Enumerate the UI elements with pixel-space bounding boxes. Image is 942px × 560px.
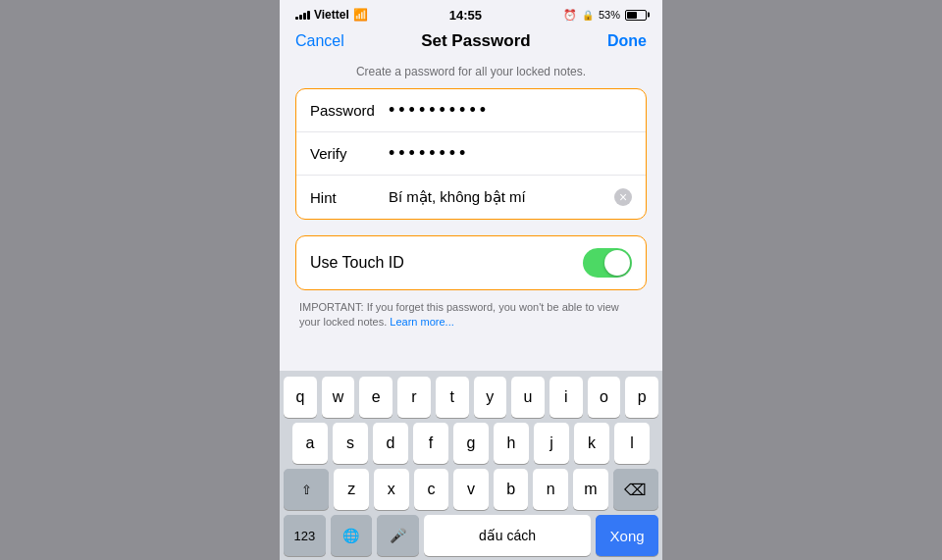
touch-id-label: Use Touch ID — [310, 254, 404, 272]
nav-bar: Cancel Set Password Done — [280, 27, 662, 59]
key-b[interactable]: b — [494, 469, 529, 510]
space-key[interactable]: dấu cách — [424, 515, 591, 556]
status-bar: Viettel 📶 14:55 ⏰ 🔒 53% — [280, 0, 662, 27]
key-s[interactable]: s — [333, 423, 368, 464]
backspace-key[interactable]: ⌫ — [613, 469, 658, 510]
status-right: ⏰ 🔒 53% — [563, 9, 647, 22]
hint-row: Hint Bí mật, không bật mí — [296, 176, 646, 219]
verify-label: Verify — [310, 145, 389, 162]
key-j[interactable]: j — [534, 423, 569, 464]
touch-id-toggle[interactable] — [583, 248, 632, 278]
key-g[interactable]: g — [453, 423, 489, 464]
carrier: Viettel — [314, 8, 349, 22]
done-button[interactable]: Done — [607, 32, 647, 50]
battery-fill — [627, 12, 637, 19]
key-d[interactable]: d — [373, 423, 408, 464]
warning-important: IMPORTANT: If you forget this password, … — [299, 301, 619, 328]
key-n[interactable]: n — [533, 469, 568, 510]
keyboard: q w e r t y u i o p a s d f g h j k l ⇧ … — [280, 371, 662, 560]
keyboard-row-3: ⇧ z x c v b n m ⌫ — [284, 469, 658, 510]
key-e[interactable]: e — [359, 377, 392, 418]
key-m[interactable]: m — [573, 469, 608, 510]
page-title: Set Password — [421, 31, 531, 51]
key-f[interactable]: f — [413, 423, 448, 464]
warning-text: IMPORTANT: If you forget this password, … — [280, 300, 662, 344]
signal-bars — [295, 10, 310, 20]
key-k[interactable]: k — [574, 423, 609, 464]
shift-key[interactable]: ⇧ — [284, 469, 329, 510]
done-keyboard-key[interactable]: Xong — [596, 515, 658, 556]
battery-icon — [625, 10, 647, 21]
form-card: Password •••••••••• Verify •••••••• Hint… — [295, 88, 647, 220]
wifi-icon: 📶 — [353, 8, 368, 22]
battery-pct: 53% — [599, 9, 620, 21]
password-row: Password •••••••••• — [296, 89, 646, 132]
lock-icon: 🔒 — [582, 10, 594, 21]
touch-id-card: Use Touch ID — [295, 235, 647, 290]
key-w[interactable]: w — [322, 377, 355, 418]
touch-id-row: Use Touch ID — [296, 236, 646, 289]
keyboard-row-2: a s d f g h j k l — [284, 423, 658, 464]
key-l[interactable]: l — [614, 423, 650, 464]
password-label: Password — [310, 102, 389, 119]
key-v[interactable]: v — [453, 469, 489, 510]
key-x[interactable]: x — [374, 469, 409, 510]
password-field[interactable]: •••••••••• — [389, 100, 632, 121]
subtitle: Create a password for all your locked no… — [280, 59, 662, 88]
key-y[interactable]: y — [474, 377, 507, 418]
key-a[interactable]: a — [292, 423, 328, 464]
key-i[interactable]: i — [550, 377, 583, 418]
key-r[interactable]: r — [397, 377, 431, 418]
hint-label: Hint — [310, 189, 389, 206]
key-z[interactable]: z — [334, 469, 369, 510]
key-o[interactable]: o — [588, 377, 621, 418]
cancel-button[interactable]: Cancel — [295, 32, 344, 50]
status-left: Viettel 📶 — [295, 8, 368, 22]
verify-field[interactable]: •••••••• — [389, 143, 632, 164]
numbers-key[interactable]: 123 — [284, 515, 326, 556]
key-q[interactable]: q — [284, 377, 317, 418]
clear-hint-button[interactable] — [614, 188, 632, 206]
globe-key[interactable]: 🌐 — [331, 515, 373, 556]
key-u[interactable]: u — [511, 377, 545, 418]
key-c[interactable]: c — [414, 469, 449, 510]
key-h[interactable]: h — [494, 423, 529, 464]
keyboard-bottom-row: 123 🌐 🎤 dấu cách Xong — [284, 515, 658, 556]
alarm-icon: ⏰ — [563, 9, 577, 22]
key-t[interactable]: t — [436, 377, 469, 418]
warning-link[interactable]: Learn more... — [390, 316, 453, 328]
time: 14:55 — [449, 8, 482, 23]
keyboard-row-1: q w e r t y u i o p — [284, 377, 658, 418]
hint-field[interactable]: Bí mật, không bật mí — [389, 188, 614, 206]
key-p[interactable]: p — [625, 377, 658, 418]
verify-row: Verify •••••••• — [296, 132, 646, 176]
toggle-thumb — [604, 250, 630, 276]
mic-key[interactable]: 🎤 — [377, 515, 419, 556]
